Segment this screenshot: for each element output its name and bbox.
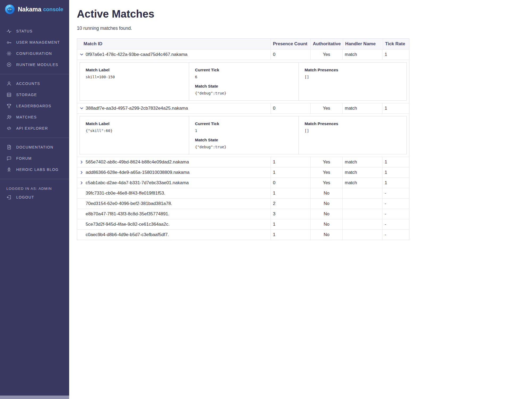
chevron-placeholder <box>79 191 84 196</box>
logout-button[interactable]: LOGOUT <box>0 192 69 203</box>
sidebar-item-storage[interactable]: STORAGE <box>0 89 69 100</box>
match-label-value: skill=100-150 <box>86 75 183 79</box>
sidebar-divider <box>0 179 69 179</box>
sidebar-item-runtime-modules[interactable]: RUNTIME MODULES <box>0 59 69 70</box>
match-row: e8b70a47-7f81-43f3-8c8d-35ef35774891.3No… <box>77 209 409 219</box>
match-id-cell: add86366-628e-4de9-a65a-158010038809.nak… <box>77 167 271 178</box>
authoritative-cell: Yes <box>310 178 342 188</box>
chevron-down-icon[interactable] <box>79 106 84 111</box>
match-label-block: Match Labelskill=100-150 <box>80 63 189 100</box>
app-logo[interactable]: Nakama console <box>0 0 69 19</box>
presence-count-cell: 2 <box>271 199 310 209</box>
sidebar-item-label: CONFIGURATION <box>16 51 52 56</box>
presence-count-cell: 1 <box>271 219 310 229</box>
module-icon <box>6 62 12 67</box>
sidebar-item-user-management[interactable]: USER MANAGEMENT <box>0 37 69 48</box>
activity-icon <box>6 28 12 34</box>
match-detail-panel: Match Label{"skill":60}Current Tick1Matc… <box>80 116 407 154</box>
matches-found-text: 10 running matches found. <box>77 26 532 31</box>
match-state-title: Match State <box>195 138 293 142</box>
sidebar-item-label: STATUS <box>16 29 33 33</box>
authoritative-cell: No <box>310 219 342 229</box>
logout-label: LOGOUT <box>16 195 34 199</box>
match-presences-block: Match Presences[] <box>298 63 406 100</box>
authoritative-cell: No <box>310 188 342 198</box>
chevron-right-icon[interactable] <box>79 180 84 186</box>
sidebar-item-label: LEADERBOARDS <box>16 104 51 108</box>
sidebar-item-accounts[interactable]: ACCOUNTS <box>0 78 69 89</box>
match-row[interactable]: 0f97a6e1-478c-422a-93be-caad75d4c467.nak… <box>77 49 409 60</box>
match-label-title: Match Label <box>86 68 183 72</box>
sidebar-item-leaderboards[interactable]: LEADERBOARDS <box>0 100 69 112</box>
match-presences-value: [] <box>305 75 401 79</box>
sidebar-item-label: USER MANAGEMENT <box>16 40 60 44</box>
match-id-cell: 39fc7331-cb0e-46e8-8f43-ffe019f81f53. <box>77 188 271 198</box>
match-row[interactable]: c5ab1abc-d2ae-4da7-b331-7d7ebc33ae01.nak… <box>77 178 409 188</box>
tick-rate-cell: - <box>382 219 410 229</box>
match-presences-title: Match Presences <box>305 68 401 72</box>
handler-name-cell <box>342 230 382 240</box>
handler-name-cell: match <box>342 167 382 178</box>
sidebar: Nakama console STATUSUSER MANAGEMENTCONF… <box>0 0 69 399</box>
sidebar-item-label: FORUM <box>16 156 32 161</box>
chevron-right-icon[interactable] <box>79 170 84 175</box>
chevron-down-icon[interactable] <box>79 52 84 57</box>
chevron-placeholder <box>79 211 84 217</box>
presence-count-cell: 1 <box>271 157 310 167</box>
authoritative-cell: Yes <box>310 157 342 167</box>
match-state-value: {"debug":true} <box>195 145 293 149</box>
brand-name: Nakama <box>18 6 41 13</box>
match-id-text: c0aec9b4-d8b6-4d9e-b5d7-c3efbaaf5df7. <box>86 232 169 237</box>
logged-in-as-label: LOGGED IN AS: ADMIN <box>0 183 69 192</box>
handler-name-cell: match <box>342 157 382 167</box>
sidebar-item-heroic-labs-blog[interactable]: HEROIC LABS BLOG <box>0 164 69 175</box>
chevron-placeholder <box>79 232 84 237</box>
authoritative-cell: No <box>310 230 342 240</box>
presence-count-cell: 1 <box>271 167 310 178</box>
handler-name-cell <box>342 199 382 209</box>
tick-rate-cell: 1 <box>382 178 410 188</box>
logout-icon <box>6 195 12 200</box>
match-id-cell: 388adf7e-aa3d-4957-a299-2cb7832e4a25.nak… <box>77 103 271 113</box>
match-label-block: Match Label{"skill":60} <box>80 116 189 154</box>
current-tick-value: 6 <box>195 75 293 79</box>
presence-count-cell: 3 <box>271 209 310 219</box>
header-authoritative: Authoritative <box>310 39 343 49</box>
presence-count-cell: 0 <box>271 178 310 188</box>
match-row[interactable]: add86366-628e-4de9-a65a-158010038809.nak… <box>77 167 409 178</box>
sidebar-item-forum[interactable]: FORUM <box>0 153 69 164</box>
match-state-title: Match State <box>195 84 293 89</box>
match-id-text: 70ed3154-62e0-4096-bef2-381bad381a78. <box>86 201 172 206</box>
match-row: 70ed3154-62e0-4096-bef2-381bad381a78.2No… <box>77 198 409 209</box>
match-label-title: Match Label <box>86 121 183 126</box>
sidebar-item-label: RUNTIME MODULES <box>16 63 58 67</box>
match-row[interactable]: 388adf7e-aa3d-4957-a299-2cb7832e4a25.nak… <box>77 103 409 113</box>
tick-rate-cell: 1 <box>382 103 410 113</box>
authoritative-cell: Yes <box>310 50 342 60</box>
page-title: Active Matches <box>77 8 532 20</box>
sidebar-item-label: ACCOUNTS <box>16 81 40 86</box>
sidebar-item-configuration[interactable]: CONFIGURATION <box>0 48 69 59</box>
tick-rate-cell: 1 <box>382 157 410 167</box>
sidebar-item-matches[interactable]: MATCHES <box>0 112 69 123</box>
sidebar-divider <box>0 74 69 74</box>
match-id-text: 0f97a6e1-478c-422a-93be-caad75d4c467.nak… <box>86 52 188 57</box>
chevron-right-icon[interactable] <box>79 159 84 165</box>
header-match-id: Match ID <box>77 39 271 49</box>
storage-icon <box>6 92 12 97</box>
tick-rate-cell: 1 <box>382 50 410 60</box>
current-tick-title: Current Tick <box>195 68 293 72</box>
match-id-text: c5ab1abc-d2ae-4da7-b331-7d7ebc33ae01.nak… <box>86 180 189 186</box>
match-presences-title: Match Presences <box>305 121 401 126</box>
brand-suffix: console <box>43 6 63 13</box>
sidebar-item-label: HEROIC LABS BLOG <box>16 167 59 172</box>
authoritative-cell: Yes <box>310 103 342 113</box>
sidebar-item-documentation[interactable]: DOCUMENTATION <box>0 142 69 153</box>
sidebar-item-status[interactable]: STATUS <box>0 26 69 37</box>
match-tick-state-block: Current Tick1Match State{"debug":true} <box>189 116 298 154</box>
sidebar-item-api-explorer[interactable]: API EXPLORER <box>0 123 69 134</box>
match-id-cell: 0f97a6e1-478c-422a-93be-caad75d4c467.nak… <box>77 50 271 60</box>
match-id-text: 39fc7331-cb0e-46e8-8f43-ffe019f81f53. <box>86 191 165 196</box>
match-label-value: {"skill":60} <box>86 129 183 133</box>
match-row[interactable]: 565e7402-ab8c-49bd-8624-b88c4e09dad2.nak… <box>77 157 409 167</box>
